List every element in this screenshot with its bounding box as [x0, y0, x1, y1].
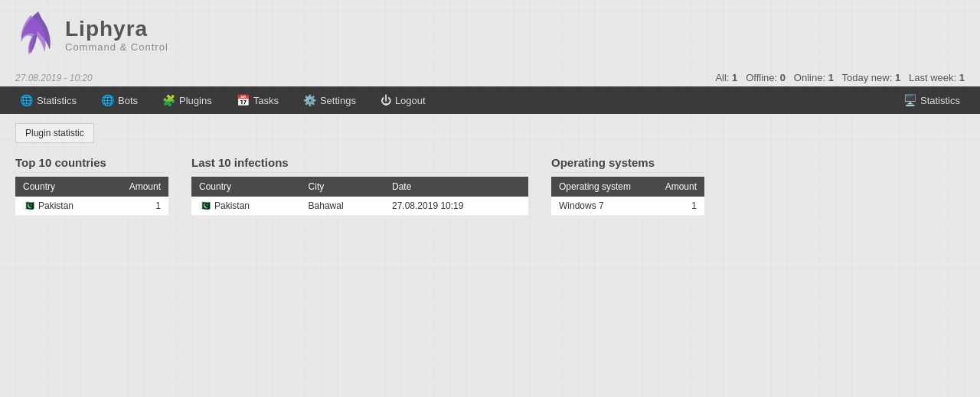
- all-value: 1: [732, 72, 737, 83]
- nav-tasks-label: Tasks: [253, 95, 279, 106]
- top10-countries-title: Top 10 countries: [15, 156, 168, 169]
- logo-subtitle: Command & Control: [65, 41, 168, 53]
- nav-logout-label: Logout: [395, 95, 426, 106]
- last-week-label: Last week:: [909, 72, 956, 83]
- os-col-amount: Amount: [651, 177, 704, 197]
- top10-countries-section: Top 10 countries Country Amount 🇵🇰 Pakis…: [15, 156, 168, 216]
- logo-text: Liphyra Command & Control: [65, 17, 168, 53]
- infections-table: Country City Date 🇵🇰 Pakistan Bahawal 27…: [191, 177, 528, 216]
- navbar: 🌐 Statistics 🌐 Bots 🧩 Plugins 📅 Tasks ⚙️…: [0, 86, 980, 114]
- settings-icon: ⚙️: [303, 94, 316, 106]
- os-name-cell: Windows 7: [551, 197, 651, 216]
- all-label: All:: [715, 72, 729, 83]
- status-bar: 27.08.2019 - 10:20 All: 1 Offline: 0 Onl…: [0, 69, 980, 86]
- nav-statistics-right-label: Statistics: [920, 95, 960, 106]
- infection-country: Pakistan: [214, 200, 250, 211]
- nav-settings[interactable]: ⚙️ Settings: [291, 86, 368, 114]
- nav-statistics-label: Statistics: [37, 95, 77, 106]
- countries-col-amount: Amount: [105, 177, 168, 197]
- nav-left: 🌐 Statistics 🌐 Bots 🧩 Plugins 📅 Tasks ⚙️…: [8, 86, 438, 114]
- datetime: 27.08.2019 - 10:20: [15, 73, 93, 83]
- table-row: 🇵🇰 Pakistan Bahawal 27.08.2019 10:19: [191, 197, 528, 216]
- nav-tasks[interactable]: 📅 Tasks: [224, 86, 291, 114]
- country-name-cell: 🇵🇰 Pakistan: [15, 197, 105, 216]
- today-new-label: Today new:: [842, 72, 893, 83]
- country-name: Pakistan: [38, 200, 74, 211]
- infections-col-date: Date: [384, 177, 528, 197]
- nav-logout[interactable]: ⏻ Logout: [368, 86, 438, 114]
- plugin-statistic-button[interactable]: Plugin statistic: [15, 123, 94, 143]
- table-row: Windows 7 1: [551, 197, 704, 216]
- nav-statistics-right[interactable]: 🖥️ Statistics: [891, 86, 972, 114]
- last10-infections-title: Last 10 infections: [191, 156, 528, 169]
- country-amount-cell: 1: [105, 197, 168, 216]
- plugin-btn-container: Plugin statistic: [0, 114, 980, 152]
- countries-table: Country Amount 🇵🇰 Pakistan 1: [15, 177, 168, 216]
- infection-city-cell: Bahawal: [301, 197, 384, 216]
- nav-statistics[interactable]: 🌐 Statistics: [8, 86, 89, 114]
- tasks-icon: 📅: [237, 94, 250, 106]
- monitor-icon: 🖥️: [903, 94, 916, 106]
- plugins-icon: 🧩: [162, 94, 175, 106]
- globe-icon: 🌐: [20, 94, 33, 106]
- infections-header-row: Country City Date: [191, 177, 528, 197]
- online-label: Online:: [794, 72, 825, 83]
- countries-header-row: Country Amount: [15, 177, 168, 197]
- main-content: Top 10 countries Country Amount 🇵🇰 Pakis…: [0, 152, 980, 231]
- logo-icon: [15, 8, 57, 61]
- os-header-row: Operating system Amount: [551, 177, 704, 197]
- infections-col-country: Country: [191, 177, 301, 197]
- logo-area: Liphyra Command & Control: [15, 8, 168, 61]
- os-amount-cell: 1: [651, 197, 704, 216]
- flag-icon: 🇵🇰: [23, 200, 34, 211]
- os-col-name: Operating system: [551, 177, 651, 197]
- offline-value: 0: [780, 72, 786, 83]
- header: Liphyra Command & Control: [0, 0, 980, 69]
- logo-title: Liphyra: [65, 17, 168, 41]
- infection-country-cell: 🇵🇰 Pakistan: [191, 197, 301, 216]
- nav-settings-label: Settings: [320, 95, 356, 106]
- infection-date-cell: 27.08.2019 10:19: [384, 197, 528, 216]
- operating-systems-section: Operating systems Operating system Amoun…: [551, 156, 704, 216]
- status-counts: All: 1 Offline: 0 Online: 1 Today new: 1…: [715, 72, 965, 83]
- nav-plugins-label: Plugins: [179, 95, 212, 106]
- nav-plugins[interactable]: 🧩 Plugins: [150, 86, 224, 114]
- offline-label: Offline:: [746, 72, 777, 83]
- nav-bots-label: Bots: [118, 95, 138, 106]
- flag-icon: 🇵🇰: [199, 200, 211, 211]
- os-table: Operating system Amount Windows 7 1: [551, 177, 704, 216]
- countries-col-country: Country: [15, 177, 105, 197]
- operating-systems-title: Operating systems: [551, 156, 704, 169]
- last10-infections-section: Last 10 infections Country City Date 🇵🇰 …: [191, 156, 528, 216]
- last-week-value: 1: [959, 72, 965, 83]
- online-value: 1: [828, 72, 834, 83]
- logout-icon: ⏻: [381, 94, 391, 106]
- today-new-value: 1: [895, 72, 900, 83]
- nav-right: 🖥️ Statistics: [891, 86, 972, 114]
- bots-icon: 🌐: [101, 94, 114, 106]
- table-row: 🇵🇰 Pakistan 1: [15, 197, 168, 216]
- infections-col-city: City: [301, 177, 384, 197]
- nav-bots[interactable]: 🌐 Bots: [89, 86, 150, 114]
